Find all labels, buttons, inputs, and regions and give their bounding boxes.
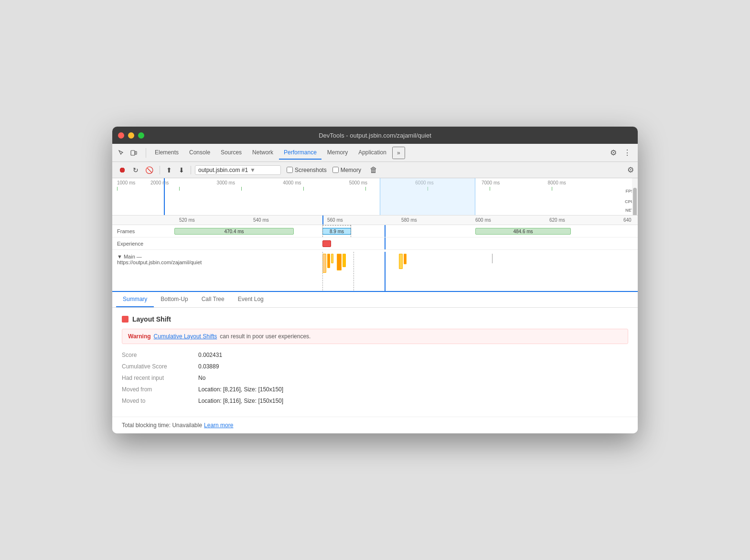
tab-event-log[interactable]: Event Log — [231, 292, 270, 307]
score-value: 0.002431 — [198, 352, 222, 358]
tab-summary[interactable]: Summary — [116, 292, 154, 307]
task-block-5[interactable] — [343, 254, 346, 267]
scrollbar-thumb[interactable] — [633, 188, 637, 215]
timeline-detail[interactable]: 520 ms 540 ms 560 ms 580 ms 600 ms 620 m… — [112, 215, 638, 292]
tab-elements[interactable]: Elements — [150, 146, 183, 160]
tab-bottom-up[interactable]: Bottom-Up — [154, 292, 194, 307]
learn-more-link[interactable]: Learn more — [204, 422, 233, 429]
timeline-ruler[interactable]: 1000 ms 2000 ms 3000 ms 4000 ms 5000 ms … — [112, 178, 638, 215]
task-block-7[interactable] — [404, 254, 407, 264]
ruler-label-0: 1000 ms — [117, 180, 150, 185]
scrollbar[interactable] — [632, 178, 638, 215]
device-icon[interactable] — [129, 148, 139, 158]
toolbar-divider-2 — [191, 166, 191, 174]
toolbar-divider-1 — [160, 166, 160, 174]
task-block-2[interactable] — [327, 254, 330, 268]
screenshots-checkbox-label[interactable]: Screenshots — [287, 167, 327, 173]
window-title: DevTools - output.jsbin.com/zajamil/quie… — [319, 132, 431, 139]
experience-row: Experience — [112, 237, 638, 250]
close-button[interactable] — [118, 132, 124, 139]
tab-console[interactable]: Console — [184, 146, 215, 160]
cumulative-score-key: Cumulative Score — [122, 363, 198, 370]
selection-left — [322, 252, 323, 292]
tab-performance[interactable]: Performance — [279, 146, 321, 160]
ruler-tick — [303, 187, 365, 191]
screenshots-checkbox[interactable] — [287, 167, 293, 173]
navbar: Elements Console Sources Network Perform… — [112, 144, 638, 162]
task-block-1[interactable] — [322, 254, 326, 273]
nav-icons — [116, 148, 139, 158]
download-button[interactable]: ⬇ — [176, 165, 187, 175]
delete-button[interactable]: 🗑 — [367, 164, 380, 176]
settings-gear-icon[interactable]: ⚙ — [607, 146, 620, 159]
record-button[interactable]: ⏺ — [116, 164, 129, 176]
moved-from-key: Moved from — [122, 386, 198, 393]
cumulative-score-value: 0.03889 — [198, 363, 219, 370]
moved-from-row: Moved from Location: [8,216], Size: [150… — [122, 386, 628, 393]
memory-checkbox[interactable] — [332, 167, 339, 173]
memory-checkbox-label[interactable]: Memory — [332, 167, 361, 173]
tab-memory[interactable]: Memory — [322, 146, 353, 160]
url-select-box[interactable]: output.jsbin.com #1 ▼ — [195, 165, 281, 175]
main-playhead — [385, 252, 386, 292]
ruler-tick — [552, 187, 614, 191]
ruler-tick — [117, 187, 179, 191]
score-key: Score — [122, 352, 198, 358]
ruler-label-1: 2000 ms — [150, 180, 217, 185]
task-block-3[interactable] — [331, 254, 333, 263]
frames-label: Frames — [117, 228, 174, 234]
reload-button[interactable]: ↻ — [130, 165, 141, 175]
frame-value-2: 8.9 ms — [330, 229, 344, 234]
tab-sources[interactable]: Sources — [216, 146, 246, 160]
ruler-tick — [179, 187, 241, 191]
frames-playhead — [385, 225, 386, 237]
frame-block-2[interactable]: 8.9 ms — [322, 228, 351, 235]
moved-to-row: Moved to Location: [8,116], Size: [150x1… — [122, 398, 628, 404]
main-content[interactable] — [174, 252, 638, 292]
url-dropdown-icon[interactable]: ▼ — [250, 167, 256, 173]
cumulative-layout-shifts-link[interactable]: Cumulative Layout Shifts — [154, 333, 217, 340]
moved-to-key: Moved to — [122, 398, 198, 404]
task-block-4[interactable] — [337, 254, 342, 270]
screenshots-label: Screenshots — [295, 167, 327, 173]
time-label-2: 560 ms — [327, 217, 401, 223]
svg-rect-0 — [131, 151, 135, 155]
tab-application[interactable]: Application — [354, 146, 391, 160]
layout-shift-block[interactable] — [322, 240, 331, 247]
time-label-3: 580 ms — [401, 217, 475, 223]
tab-network[interactable]: Network — [247, 146, 278, 160]
more-options-icon[interactable]: ⋮ — [621, 146, 634, 159]
summary-title: Layout Shift — [122, 315, 628, 323]
selection-range[interactable] — [380, 178, 475, 215]
bottom-panel: Summary Bottom-Up Call Tree Event Log La… — [112, 292, 638, 433]
time-label-6: 640 — [623, 217, 638, 223]
frame-block-1[interactable]: 470.4 ms — [174, 228, 294, 235]
clear-button[interactable]: 🚫 — [143, 165, 156, 175]
task-block-6[interactable] — [399, 254, 403, 269]
experience-label: Experience — [117, 241, 174, 247]
frame-block-3[interactable]: 484.6 ms — [475, 228, 571, 235]
cumulative-score-row: Cumulative Score 0.03889 — [122, 363, 628, 370]
url-text: output.jsbin.com #1 — [198, 167, 248, 173]
minimize-button[interactable] — [128, 132, 134, 139]
ruler-label-7: 8000 ms — [547, 180, 614, 185]
tab-call-tree[interactable]: Call Tree — [195, 292, 231, 307]
ruler-tick — [241, 187, 303, 191]
marker-line — [492, 254, 493, 263]
ruler-label-2: 3000 ms — [217, 180, 283, 185]
time-label-5: 620 ms — [549, 217, 623, 223]
score-row: Score 0.002431 — [122, 352, 628, 358]
tab-more[interactable]: » — [392, 147, 405, 159]
titlebar: DevTools - output.jsbin.com/zajamil/quie… — [112, 127, 638, 144]
bottom-info: Total blocking time: Unavailable Learn m… — [112, 417, 638, 433]
experience-content[interactable] — [174, 237, 638, 249]
upload-button[interactable]: ⬆ — [164, 165, 174, 175]
moved-to-value: Location: [8,116], Size: [150x150] — [198, 398, 283, 404]
frames-content[interactable]: 470.4 ms 8.9 ms 484.6 ms — [174, 225, 638, 237]
toolbar-settings-icon[interactable]: ⚙ — [627, 165, 634, 174]
maximize-button[interactable] — [138, 132, 144, 139]
devtools-window: DevTools - output.jsbin.com/zajamil/quie… — [112, 127, 638, 433]
inspect-icon[interactable] — [116, 148, 127, 158]
moved-from-value: Location: [8,216], Size: [150x150] — [198, 386, 283, 393]
ruler-label-6: 7000 ms — [482, 180, 548, 185]
